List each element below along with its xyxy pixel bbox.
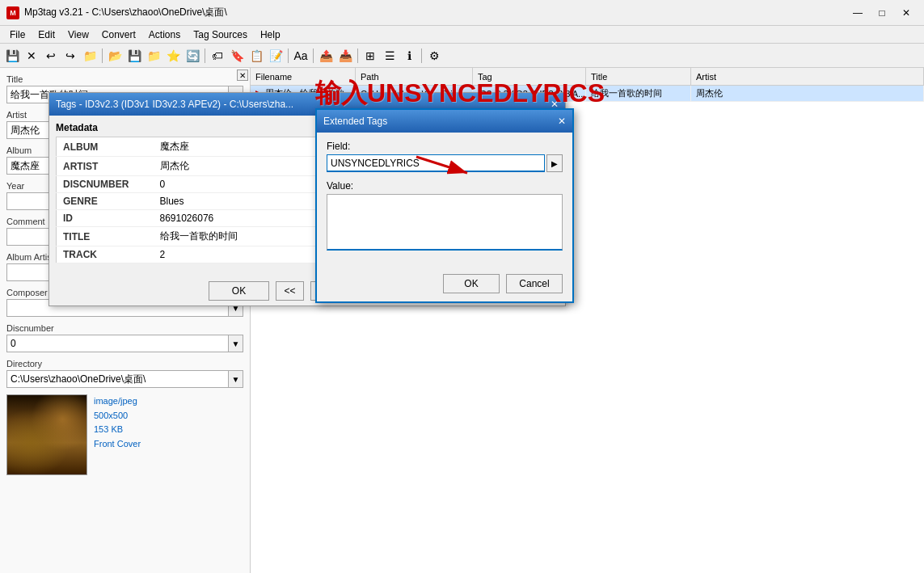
cell-artist: 周杰伦 (691, 86, 924, 101)
add-field-title-text: Extended Tags (323, 116, 387, 127)
title-bar-controls: — □ ✕ (846, 5, 918, 21)
minimize-button[interactable]: — (846, 5, 869, 21)
toolbar-grid[interactable]: ⊞ (361, 47, 379, 65)
close-button[interactable]: ✕ (895, 5, 918, 21)
cover-size: 153 KB (94, 423, 141, 437)
toolbar-folder2[interactable]: 📁 (145, 47, 162, 65)
toolbar-open[interactable]: 📂 (106, 47, 124, 65)
toolbar: 💾 ✕ ↩ ↪ 📁 📂 💾 📁 ⭐ 🔄 🏷 🔖 📋 📝 Aa 📤 📥 ⊞ ☰ ℹ… (0, 44, 924, 68)
file-list-header: Filename Path Tag Title Artist (251, 68, 924, 86)
menu-bar: File Edit View Convert Actions Tag Sourc… (0, 26, 924, 44)
field-dropdown-row: ▶ (327, 154, 563, 172)
toolbar-info[interactable]: ℹ (400, 47, 418, 65)
discnumber-field-group: Discnumber ▼ (6, 323, 243, 352)
add-field-body: Field: ▶ Value: (317, 133, 572, 269)
cell-title: 给我一首歌的时间 (586, 86, 691, 101)
directory-input[interactable] (6, 370, 229, 388)
col-artist[interactable]: Artist (691, 68, 924, 85)
add-field-close[interactable]: ✕ (558, 116, 566, 127)
meta-field-title: TITLE (57, 227, 154, 246)
cover-image (6, 394, 87, 475)
menu-help[interactable]: Help (254, 27, 287, 42)
maximize-button[interactable]: □ (871, 5, 893, 21)
main-layout: ✕ Title ▼ Artist ▼ Album ▼ Year (0, 68, 924, 573)
title-bar-left: M Mp3tag v3.21 - C:\Users\zhaoo\OneDrive… (6, 6, 227, 19)
toolbar-sep1 (102, 48, 103, 63)
directory-dropdown-btn[interactable]: ▼ (229, 370, 243, 388)
discnumber-label: Discnumber (6, 323, 243, 333)
tags-ok-button[interactable]: OK (209, 281, 269, 301)
value-row: Value: (327, 180, 563, 253)
add-field-title: Extended Tags ✕ (317, 110, 572, 133)
directory-input-wrapper: ▼ (6, 370, 243, 388)
meta-field-genre: GENRE (57, 193, 154, 210)
menu-edit[interactable]: Edit (32, 27, 61, 42)
cover-info: image/jpeg 500x500 153 KB Front Cover (94, 394, 141, 451)
toolbar-back[interactable]: ↩ (42, 47, 60, 65)
meta-field-track: TRACK (57, 246, 154, 263)
cover-area: image/jpeg 500x500 153 KB Front Cover (6, 394, 243, 475)
toolbar-tag1[interactable]: 🏷 (209, 47, 226, 65)
toolbar-sep2 (205, 48, 205, 63)
toolbar-settings[interactable]: ⚙ (425, 47, 443, 65)
toolbar-save[interactable]: 💾 (3, 47, 21, 65)
toolbar-sep3 (288, 48, 289, 63)
toolbar-save2[interactable]: 💾 (125, 47, 143, 65)
toolbar-sep4 (313, 48, 314, 63)
menu-convert[interactable]: Convert (95, 27, 142, 42)
toolbar-list[interactable]: ☰ (381, 47, 399, 65)
app-title: Mp3tag v3.21 - C:\Users\zhaoo\OneDrive\桌… (24, 6, 227, 19)
title-label: Title (6, 74, 243, 84)
panel-close-button[interactable]: ✕ (237, 70, 248, 81)
meta-field-discnumber: DISCNUMBER (57, 176, 154, 193)
cover-dimensions: 500x500 (94, 409, 141, 423)
value-textarea[interactable] (327, 194, 563, 251)
meta-field-artist: ARTIST (57, 157, 154, 176)
toolbar-export[interactable]: 📤 (317, 47, 335, 65)
toolbar-star[interactable]: ⭐ (164, 47, 182, 65)
add-field-footer: OK Cancel (317, 269, 572, 301)
toolbar-format[interactable]: Aa (292, 47, 310, 65)
meta-field-album: ALBUM (57, 137, 154, 157)
discnumber-dropdown-btn[interactable]: ▼ (229, 335, 243, 352)
meta-field-id: ID (57, 210, 154, 227)
title-bar: M Mp3tag v3.21 - C:\Users\zhaoo\OneDrive… (0, 0, 924, 26)
col-title[interactable]: Title (586, 68, 691, 85)
toolbar-sep6 (421, 48, 422, 63)
toolbar-tag4[interactable]: 📝 (267, 47, 285, 65)
right-content: Filename Path Tag Title Artist ▶周杰伦 - 给我… (251, 68, 924, 573)
cover-label: Front Cover (94, 437, 141, 452)
toolbar-import[interactable]: 📥 (336, 47, 354, 65)
col-path[interactable]: Path (356, 68, 473, 85)
cover-image-inner (7, 395, 86, 474)
app-icon: M (6, 6, 19, 19)
toolbar-sep5 (357, 48, 358, 63)
toolbar-tag2[interactable]: 🔖 (228, 47, 246, 65)
toolbar-tag3[interactable]: 📋 (247, 47, 265, 65)
field-selector-row: Field: ▶ (327, 141, 563, 172)
add-field-ok-button[interactable]: OK (443, 274, 500, 293)
col-tag[interactable]: Tag (473, 68, 586, 85)
field-selector-label: Field: (327, 141, 563, 152)
cover-type: image/jpeg (94, 394, 141, 409)
toolbar-folder[interactable]: 📁 (81, 47, 99, 65)
discnumber-input[interactable] (6, 335, 229, 352)
col-filename[interactable]: Filename (251, 68, 356, 85)
tags-prev-button[interactable]: << (276, 281, 304, 301)
field-dropdown-arrow[interactable]: ▶ (546, 154, 563, 172)
menu-view[interactable]: View (61, 27, 95, 42)
directory-field-group: Directory ▼ (6, 359, 243, 388)
menu-actions[interactable]: Actions (142, 27, 187, 42)
menu-tag-sources[interactable]: Tag Sources (187, 27, 254, 42)
toolbar-reload[interactable]: ↪ (61, 47, 79, 65)
directory-label: Directory (6, 359, 243, 369)
field-dropdown-input[interactable] (327, 154, 545, 172)
tags-dialog-title-text: Tags - ID3v2.3 (ID3v1 ID3v2.3 APEv2) - C… (56, 99, 293, 110)
add-field-dialog: Extended Tags ✕ Field: ▶ Value: OK (315, 108, 574, 303)
toolbar-undo[interactable]: ✕ (23, 47, 40, 65)
toolbar-refresh[interactable]: 🔄 (184, 47, 201, 65)
discnumber-input-wrapper: ▼ (6, 335, 243, 352)
value-label: Value: (327, 180, 563, 192)
add-field-cancel-button[interactable]: Cancel (506, 274, 563, 293)
menu-file[interactable]: File (3, 27, 32, 42)
